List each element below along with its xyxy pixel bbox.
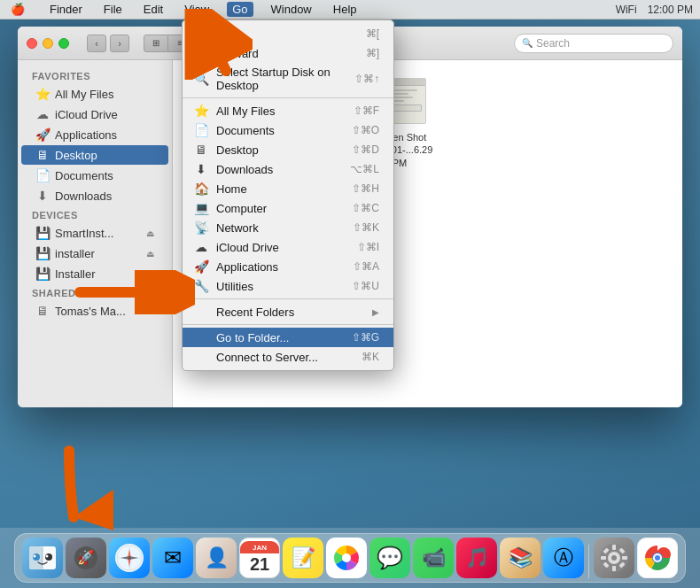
menu-item-all-my-files[interactable]: ⭐ All My Files ⇧⌘F bbox=[183, 101, 393, 120]
dock-item-photos[interactable] bbox=[326, 538, 367, 578]
minimize-button[interactable] bbox=[43, 38, 53, 49]
view-menu[interactable]: View bbox=[181, 3, 213, 16]
sidebar-item-desktop[interactable]: 🖥 Desktop bbox=[21, 145, 168, 165]
sidebar-item-all-my-files[interactable]: ⭐ All My Files bbox=[21, 84, 168, 104]
apple-menu[interactable]: 🍎 bbox=[7, 3, 28, 16]
forward-shortcut: ⌘] bbox=[366, 47, 379, 59]
sidebar-label-documents: Documents bbox=[55, 169, 113, 182]
svg-point-28 bbox=[342, 553, 351, 562]
dock-item-ibooks[interactable]: 📚 bbox=[500, 538, 541, 578]
dock-item-facetime[interactable]: 📹 bbox=[413, 538, 454, 578]
dock-item-mail[interactable]: ✉ bbox=[152, 538, 193, 578]
utilities-shortcut: ⇧⌘U bbox=[352, 280, 379, 292]
eject-icon-3[interactable]: ⏏ bbox=[146, 269, 154, 279]
downloads-icon: ⬇ bbox=[35, 189, 50, 203]
sidebar-item-smartinst[interactable]: 💾 SmartInst... ⏏ bbox=[21, 223, 168, 243]
dock-item-notes[interactable]: 📝 bbox=[283, 538, 323, 578]
menu-item-forward[interactable]: ▶ Forward ⌘] bbox=[183, 43, 393, 63]
dock-item-calendar[interactable]: JAN 21 bbox=[239, 538, 280, 578]
sidebar-item-tomas[interactable]: 🖥 Tomas's Ma... bbox=[21, 301, 168, 321]
search-placeholder: Search bbox=[536, 37, 570, 50]
icloud-menu-label: iCloud Drive bbox=[216, 241, 350, 254]
back-label: Back bbox=[216, 27, 359, 41]
forward-button[interactable]: › bbox=[110, 35, 129, 52]
menu-item-computer[interactable]: 💻 Computer ⇧⌘C bbox=[183, 198, 393, 218]
computer-menu-icon: 💻 bbox=[193, 201, 209, 215]
dock-item-music[interactable]: 🎵 bbox=[456, 538, 497, 578]
sidebar-label-installer-upper: Installer bbox=[55, 267, 96, 281]
startup-icon: 🔍 bbox=[193, 72, 209, 86]
close-button[interactable] bbox=[27, 38, 37, 49]
sidebar-label-desktop: Desktop bbox=[55, 149, 97, 162]
all-files-icon: ⭐ bbox=[193, 104, 209, 118]
menu-item-recent-folders[interactable]: Recent Folders ▶ bbox=[183, 302, 393, 321]
dock-item-launchpad[interactable]: 🚀 bbox=[66, 538, 106, 578]
go-menu[interactable]: Go bbox=[227, 2, 253, 17]
svg-rect-32 bbox=[612, 545, 616, 550]
svg-point-16 bbox=[34, 555, 36, 558]
dock-bar: 🚀 ✉ 👤 JAN bbox=[14, 533, 686, 583]
submenu-arrow: ▶ bbox=[372, 307, 379, 317]
dock-item-sysprefs[interactable] bbox=[594, 538, 634, 578]
favorites-label: Favorites bbox=[18, 67, 172, 83]
finder-menu[interactable]: Finder bbox=[46, 3, 86, 16]
sidebar-item-applications[interactable]: 🚀 Applications bbox=[21, 125, 168, 144]
menubar: 🍎 Finder File Edit View Go Window Help W… bbox=[0, 0, 700, 19]
svg-rect-18 bbox=[42, 546, 43, 569]
icon-view-button[interactable]: ⊞ bbox=[144, 35, 168, 52]
sidebar-label-smartinst: SmartInst... bbox=[55, 227, 113, 240]
menu-item-utilities[interactable]: 🔧 Utilities ⇧⌘U bbox=[183, 276, 393, 296]
dock-item-finder[interactable] bbox=[22, 538, 63, 578]
menu-item-go-to-folder[interactable]: Go to Folder... ⇧⌘G bbox=[183, 328, 393, 347]
sidebar-item-downloads[interactable]: ⬇ Downloads bbox=[21, 186, 168, 205]
separator-2 bbox=[183, 298, 393, 299]
computer-menu-label: Computer bbox=[216, 202, 345, 215]
window-menu[interactable]: Window bbox=[268, 3, 315, 16]
sidebar-label-icloud: iCloud Drive bbox=[55, 108, 118, 121]
help-menu[interactable]: Help bbox=[330, 3, 361, 16]
menu-item-desktop[interactable]: 🖥 Desktop ⇧⌘D bbox=[183, 140, 393, 159]
network-menu-label: Network bbox=[216, 221, 346, 235]
menubar-wifi[interactable]: WiFi bbox=[616, 4, 637, 16]
menu-item-documents[interactable]: 📄 Documents ⇧⌘O bbox=[183, 120, 393, 140]
eject-icon-2[interactable]: ⏏ bbox=[146, 249, 154, 259]
dock-item-chrome[interactable] bbox=[637, 538, 678, 578]
menu-item-connect-to-server[interactable]: Connect to Server... ⌘K bbox=[183, 347, 393, 367]
sidebar-label-installer-lower: installer bbox=[55, 247, 95, 260]
sidebar-item-documents[interactable]: 📄 Documents bbox=[21, 166, 168, 185]
dock-item-messages[interactable]: 💬 bbox=[369, 538, 410, 578]
menu-item-back[interactable]: ◀ Back ⌘[ bbox=[183, 24, 393, 43]
documents-shortcut: ⇧⌘O bbox=[352, 124, 379, 136]
connect-label: Connect to Server... bbox=[216, 351, 354, 364]
sidebar-item-icloud[interactable]: ☁ iCloud Drive bbox=[21, 104, 168, 124]
go-dropdown-menu: ◀ Back ⌘[ ▶ Forward ⌘] 🔍 Select Startup … bbox=[182, 19, 394, 371]
dock-item-safari[interactable] bbox=[109, 538, 150, 578]
utilities-menu-icon: 🔧 bbox=[193, 279, 209, 293]
menu-item-home[interactable]: 🏠 Home ⇧⌘H bbox=[183, 179, 393, 198]
home-shortcut: ⇧⌘H bbox=[352, 182, 379, 195]
sidebar: Favorites ⭐ All My Files ☁ iCloud Drive … bbox=[18, 60, 173, 407]
dock-item-contacts[interactable]: 👤 bbox=[196, 538, 237, 578]
sidebar-label-applications: Applications bbox=[55, 128, 117, 142]
search-bar[interactable]: 🔍 Search bbox=[514, 34, 673, 53]
menu-item-downloads[interactable]: ⬇ Downloads ⌥⌘L bbox=[183, 159, 393, 179]
edit-menu[interactable]: Edit bbox=[140, 3, 167, 16]
dock-item-appstore[interactable]: Ⓐ bbox=[543, 538, 584, 578]
sidebar-item-installer-lower[interactable]: 💾 installer ⏏ bbox=[21, 244, 168, 263]
sidebar-item-installer-upper[interactable]: 💾 Installer ⏏ bbox=[21, 264, 168, 283]
menu-item-startup[interactable]: 🔍 Select Startup Disk on Desktop ⇧⌘↑ bbox=[183, 63, 393, 95]
recent-folders-label: Recent Folders bbox=[216, 306, 365, 319]
back-button[interactable]: ‹ bbox=[87, 35, 106, 52]
maximize-button[interactable] bbox=[58, 38, 69, 49]
menu-item-applications[interactable]: 🚀 Applications ⇧⌘A bbox=[183, 257, 393, 276]
documents-menu-icon: 📄 bbox=[193, 123, 209, 137]
file-menu[interactable]: File bbox=[100, 3, 126, 16]
utilities-menu-label: Utilities bbox=[216, 280, 345, 293]
eject-icon-1[interactable]: ⏏ bbox=[146, 228, 154, 238]
icloud-shortcut: ⇧⌘I bbox=[357, 241, 379, 253]
network-shortcut: ⇧⌘K bbox=[353, 221, 379, 234]
tomas-icon: 🖥 bbox=[35, 304, 50, 318]
menu-item-icloud[interactable]: ☁ iCloud Drive ⇧⌘I bbox=[183, 237, 393, 257]
menu-item-network[interactable]: 📡 Network ⇧⌘K bbox=[183, 218, 393, 237]
back-shortcut: ⌘[ bbox=[366, 27, 379, 40]
